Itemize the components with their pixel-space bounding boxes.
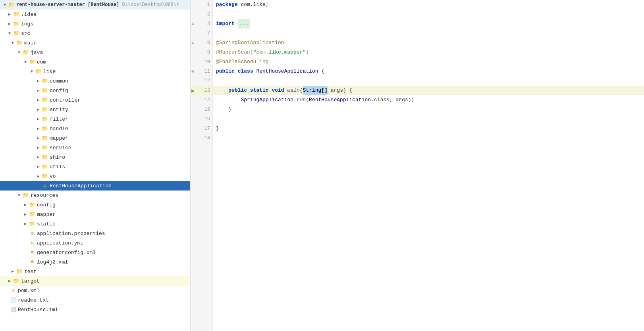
code-line-11: public class RentHouseApplication { <box>213 67 644 76</box>
code-line-15: } <box>213 105 644 114</box>
controller-arrow: ▶ <box>35 98 41 102</box>
tree-item-like[interactable]: ▼ 📁 like <box>0 67 190 76</box>
common-folder-icon: 📁 <box>41 78 48 84</box>
line-num-16: 16 <box>191 114 212 124</box>
tree-item-handle[interactable]: ▶ 📁 handle <box>0 124 190 133</box>
tree-item-vo[interactable]: ▶ 📁 vo <box>0 171 190 181</box>
tree-item-app-properties[interactable]: ⚙ application.properties <box>0 229 190 238</box>
tree-item-readme[interactable]: 📄 readme.txt <box>0 295 190 305</box>
code-content[interactable]: package com.like; import ... @SpringBoot… <box>213 0 644 331</box>
java-label: java <box>29 50 43 56</box>
line-num-14: 14 <box>191 95 212 105</box>
test-arrow: ▶ <box>10 269 16 274</box>
rha-label: RentHouseApplication <box>48 183 112 189</box>
main-folder-icon: 📁 <box>16 40 23 46</box>
resources-arrow: ▼ <box>16 193 22 198</box>
like-folder-icon: 📁 <box>35 68 42 75</box>
config-folder-icon: 📁 <box>41 87 48 94</box>
filter-label: filter <box>48 116 68 122</box>
line-num-10: 10 <box>191 57 212 67</box>
res-config-arrow: ▶ <box>22 202 29 207</box>
line-num-8: ☘ 8 <box>191 38 212 48</box>
tree-item-entity[interactable]: ▶ 📁 entity <box>0 105 190 114</box>
shiro-folder-icon: 📁 <box>41 154 48 160</box>
tree-item-res-static[interactable]: ▶ 📁 static <box>0 219 190 229</box>
tree-item-logs[interactable]: ▶ 📁 logs <box>0 19 190 29</box>
res-static-label: static <box>36 221 56 227</box>
tree-item-utils[interactable]: ▶ 📁 utils <box>0 162 190 171</box>
pom-icon: m <box>10 288 17 293</box>
res-static-folder-icon: 📁 <box>29 221 36 227</box>
entity-label: entity <box>48 107 68 113</box>
src-arrow: ▼ <box>6 31 13 36</box>
tree-item-java[interactable]: ▼ 📁 java <box>0 48 190 57</box>
logs-label: logs <box>20 21 33 27</box>
run-gutter-icon-13[interactable]: ▶ <box>191 87 195 94</box>
mapper-folder-icon: 📁 <box>41 135 48 141</box>
root-arrow: ▼ <box>2 3 8 7</box>
handle-arrow: ▶ <box>35 126 41 131</box>
tree-root[interactable]: ▼ 📁 rent-house-server-master [RentHouse]… <box>0 0 190 10</box>
tree-item-res-config[interactable]: ▶ 📁 config <box>0 200 190 210</box>
resources-label: resources <box>29 192 58 198</box>
code-line-10: @EnableScheduling <box>213 57 644 67</box>
line-num-7: 7 <box>191 29 212 38</box>
tree-item-app-yml[interactable]: ⚙ application.yml <box>0 238 190 248</box>
logs-arrow: ▶ <box>6 21 13 26</box>
tree-item-filter[interactable]: ▶ 📁 filter <box>0 114 190 124</box>
line-num-1: 1 <box>191 0 212 10</box>
entity-folder-icon: 📁 <box>41 106 48 113</box>
tree-item-test[interactable]: ▶ 📁 test <box>0 267 190 276</box>
iml-icon: ⬜ <box>10 307 17 313</box>
spring-gutter-icon-8: ☘ <box>191 40 194 46</box>
tree-item-common[interactable]: ▶ 📁 common <box>0 76 190 86</box>
spring-gutter-icon-3: ☘ <box>191 21 194 27</box>
tree-item-log4j2[interactable]: ■ log4j2.xml <box>0 257 190 267</box>
vo-folder-icon: 📁 <box>41 173 48 179</box>
handle-label: handle <box>48 126 68 132</box>
code-line-1: package com.like; <box>213 0 644 10</box>
tree-item-mapper[interactable]: ▶ 📁 mapper <box>0 133 190 143</box>
entity-arrow: ▶ <box>35 107 41 112</box>
com-folder-icon: 📁 <box>29 59 36 65</box>
tree-item-renthouse-iml[interactable]: ⬜ RentHouse.iml <box>0 305 190 314</box>
code-line-13: public static void main(String[] args) { <box>213 86 644 95</box>
mapper-arrow: ▶ <box>35 136 41 140</box>
tree-item-renthouse-application[interactable]: ☘ RentHouseApplication <box>0 181 190 191</box>
idea-arrow: ▶ <box>6 12 13 17</box>
target-label: target <box>20 278 40 284</box>
code-line-18 <box>213 133 644 143</box>
res-mapper-folder-icon: 📁 <box>29 211 36 217</box>
code-line-2 <box>213 10 644 19</box>
shiro-label: shiro <box>48 154 65 160</box>
tree-item-controller[interactable]: ▶ 📁 controller <box>0 95 190 105</box>
tree-item-shiro[interactable]: ▶ 📁 shiro <box>0 152 190 162</box>
rha-icon: ☘ <box>41 183 48 189</box>
code-line-17: } <box>213 124 644 133</box>
tree-item-main[interactable]: ▼ 📁 main <box>0 38 190 48</box>
idea-folder-icon: 📁 <box>13 11 20 17</box>
tree-item-generatorconfig[interactable]: ■ generatorconfig.xml <box>0 248 190 257</box>
tree-item-service[interactable]: ▶ 📁 service <box>0 143 190 152</box>
app-yml-icon: ⚙ <box>29 240 36 246</box>
file-tree[interactable]: ▼ 📁 rent-house-server-master [RentHouse]… <box>0 0 191 331</box>
tree-item-resources[interactable]: ▼ 📁 resources <box>0 191 190 200</box>
vo-arrow: ▶ <box>35 174 41 179</box>
res-config-folder-icon: 📁 <box>29 202 36 208</box>
tree-item-idea[interactable]: ▶ 📁 .idea <box>0 10 190 19</box>
target-arrow: ▶ <box>6 279 13 283</box>
app-properties-icon: ⚙ <box>29 231 36 237</box>
tree-item-res-mapper[interactable]: ▶ 📁 mapper <box>0 210 190 219</box>
tree-item-pom[interactable]: m pom.xml <box>0 286 190 295</box>
code-line-3: import ... <box>213 19 644 29</box>
tree-item-target[interactable]: ▶ 📁 target <box>0 276 190 286</box>
app-yml-label: application.yml <box>36 240 83 246</box>
tree-item-config[interactable]: ▶ 📁 config <box>0 86 190 95</box>
line-num-9: 9 <box>191 48 212 57</box>
code-line-8: @SpringBootApplication <box>213 38 644 48</box>
java-folder-icon: 📁 <box>22 49 29 56</box>
readme-label: readme.txt <box>17 297 49 303</box>
tree-item-src[interactable]: ▼ 📁 src <box>0 29 190 38</box>
line-num-12: 12 <box>191 76 212 86</box>
tree-item-com[interactable]: ▼ 📁 com <box>0 57 190 67</box>
